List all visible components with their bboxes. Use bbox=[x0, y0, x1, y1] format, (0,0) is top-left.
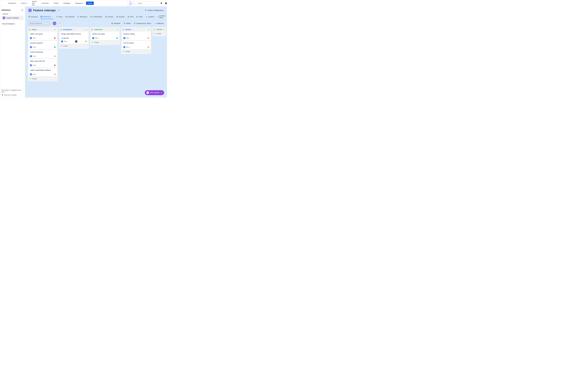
task-type-icon: ✓ bbox=[61, 40, 63, 42]
column-more-icon[interactable]: ··· bbox=[86, 28, 88, 31]
board-member-avatar[interactable]: BD bbox=[53, 21, 56, 25]
column-status-pill: TESTING bbox=[125, 29, 132, 30]
column-header[interactable]: IN PROGRESS 1 ··· bbox=[59, 27, 88, 31]
priority-dot bbox=[148, 37, 149, 39]
tab-analytics[interactable]: Analytics bbox=[146, 15, 154, 19]
assignee-avatar[interactable]: BD bbox=[75, 40, 78, 43]
column-count: 2 bbox=[132, 29, 133, 30]
view-all-initiatives[interactable]: View all initiatives bbox=[2, 23, 24, 25]
recent-label: RECENT bbox=[3, 13, 8, 15]
svg-rect-6 bbox=[41, 16, 41, 16]
task-key: FR-1 bbox=[64, 40, 67, 42]
tab-summary[interactable]: Summary bbox=[28, 15, 38, 19]
board-search-input[interactable] bbox=[30, 22, 49, 24]
column-status-pill: COMPLETED bbox=[94, 29, 103, 30]
board-search[interactable] bbox=[28, 22, 49, 25]
nav-menu-overviews[interactable]: Overviews⌄ bbox=[42, 2, 50, 4]
gear-icon bbox=[145, 9, 147, 11]
tab-files[interactable]: Files bbox=[128, 15, 134, 19]
tab-confirmations[interactable]: Confirmations bbox=[90, 15, 102, 19]
card[interactable]: Conduct research ✓ FR-2 bbox=[28, 41, 57, 49]
app-switcher-icon[interactable] bbox=[3, 2, 3, 4]
global-search-input[interactable] bbox=[138, 2, 157, 4]
tab-schedule[interactable]: Schedule bbox=[66, 15, 74, 19]
card[interactable]: Design high-fidelity screens 3RD JAN ✓ F… bbox=[60, 31, 88, 44]
global-search[interactable] bbox=[136, 2, 158, 5]
drag-handle-icon[interactable] bbox=[154, 29, 155, 30]
organized-by-control[interactable]: Organized by: Status bbox=[134, 22, 151, 24]
project-configurations[interactable]: Project Configurations bbox=[145, 9, 164, 11]
share-icon bbox=[111, 22, 113, 24]
drag-handle-icon[interactable] bbox=[92, 29, 93, 30]
tab-milestones[interactable]: Milestones bbox=[77, 15, 88, 19]
appearance-icon[interactable] bbox=[58, 9, 60, 11]
organized-by-label: Organized by: Status bbox=[136, 22, 151, 24]
tab-icon bbox=[136, 16, 138, 18]
get-started-label: Get started bbox=[150, 92, 159, 94]
share-thoughts[interactable]: Share your thoughts bbox=[2, 94, 24, 96]
tab-items[interactable]: Items bbox=[56, 15, 63, 19]
task-type-icon: ✓ bbox=[30, 46, 32, 48]
get-started-pill[interactable]: ✦ Get started ✕ bbox=[145, 90, 164, 95]
tab-surveys[interactable]: Surveys bbox=[105, 15, 114, 19]
refine-control[interactable]: Refine bbox=[124, 22, 130, 24]
distribute-control[interactable]: Distribute bbox=[111, 22, 120, 24]
help-icon[interactable]: ? bbox=[164, 2, 167, 5]
tab-archived-tasks[interactable]: Archived Tasks bbox=[157, 14, 166, 20]
tab-more-icon[interactable]: ··· bbox=[52, 16, 54, 17]
tab-icon bbox=[90, 16, 92, 18]
create-card-button[interactable]: +Create bbox=[90, 40, 120, 45]
column-header[interactable]: TESTING 2 ··· bbox=[122, 27, 151, 31]
notifications-icon[interactable] bbox=[160, 2, 163, 5]
priority-dot bbox=[54, 37, 56, 39]
card[interactable]: Create wireframes ✓ FR-3 bbox=[28, 50, 57, 58]
drag-handle-icon[interactable] bbox=[123, 29, 124, 30]
card-title: Define user goals bbox=[92, 33, 118, 35]
create-card-button[interactable]: +Create bbox=[28, 76, 58, 81]
column-header[interactable]: COMPLETED 1 ··· bbox=[90, 27, 120, 31]
create-button[interactable]: Create bbox=[86, 1, 94, 5]
close-icon[interactable]: ✕ bbox=[160, 91, 162, 94]
task-key: FR-4 bbox=[95, 37, 98, 39]
card[interactable]: Gather stakeholder feedback ✓ FR-5 bbox=[28, 68, 57, 76]
sidebar-item-feature-redesign[interactable]: Feature redesign bbox=[2, 16, 24, 20]
add-people-button[interactable] bbox=[58, 21, 62, 25]
nav-menu-search-and-sort[interactable]: Search and Sort⌄ bbox=[32, 0, 38, 6]
create-card-button[interactable]: +Create bbox=[153, 31, 166, 36]
trial-days-left[interactable]: 10 days left bbox=[128, 0, 134, 6]
create-card-button[interactable]: +Create bbox=[122, 49, 151, 54]
nav-menu-groups[interactable]: Groups⌄ bbox=[54, 2, 60, 4]
nav-menu-initiatives[interactable]: Initiatives⌄ bbox=[21, 2, 28, 4]
card-title: Define user goals bbox=[30, 33, 56, 35]
tab-icon bbox=[77, 16, 79, 18]
tab-tasks[interactable]: Tasks bbox=[136, 15, 143, 19]
column-more-icon[interactable]: ··· bbox=[117, 28, 118, 31]
svg-rect-9 bbox=[42, 17, 42, 17]
nav-menu-integrations[interactable]: Integrations⌄ bbox=[75, 2, 84, 4]
card[interactable]: UAT for Board ✓ FR-2 bbox=[122, 41, 150, 49]
drag-handle-icon[interactable] bbox=[29, 29, 30, 30]
column-more-icon[interactable]: ··· bbox=[148, 28, 150, 31]
additional-menu[interactable]: ··· Additional bbox=[154, 22, 164, 24]
send-icon bbox=[2, 94, 3, 96]
add-initiative-button[interactable]: + bbox=[21, 9, 24, 11]
tab-label: Analytics bbox=[148, 16, 154, 18]
drag-handle-icon[interactable] bbox=[60, 29, 62, 30]
nav-menu-workspace[interactable]: Workspace⌄ bbox=[8, 2, 17, 4]
share-thoughts-label: Share your thoughts bbox=[4, 94, 16, 96]
column-count: 1 bbox=[104, 29, 104, 30]
tab-sections[interactable]: Sections bbox=[116, 15, 125, 19]
recent-toggle[interactable]: ⌄ RECENT bbox=[2, 13, 24, 15]
card[interactable]: Define user goals ✓ FR-4 bbox=[91, 31, 119, 40]
nav-menu-strategies[interactable]: Strategies⌄ bbox=[64, 2, 72, 4]
column-header[interactable]: TO DO 5 ··· bbox=[28, 27, 58, 31]
tab-dashboard[interactable]: Dashboard··· bbox=[40, 15, 54, 19]
card[interactable]: Browser testing ✓ FR-1 bbox=[122, 31, 150, 40]
tab-label: Items bbox=[59, 16, 63, 18]
card[interactable]: Align scope with PM ✓ FR-4 bbox=[28, 59, 57, 67]
card[interactable]: Define user goals ✓ FR-1 bbox=[28, 31, 57, 40]
create-card-button[interactable]: +Create bbox=[59, 44, 88, 48]
column-more-icon[interactable]: ··· bbox=[54, 28, 56, 31]
column-header[interactable]: TESTING 0 bbox=[153, 27, 166, 31]
tab-label: Files bbox=[130, 16, 134, 18]
